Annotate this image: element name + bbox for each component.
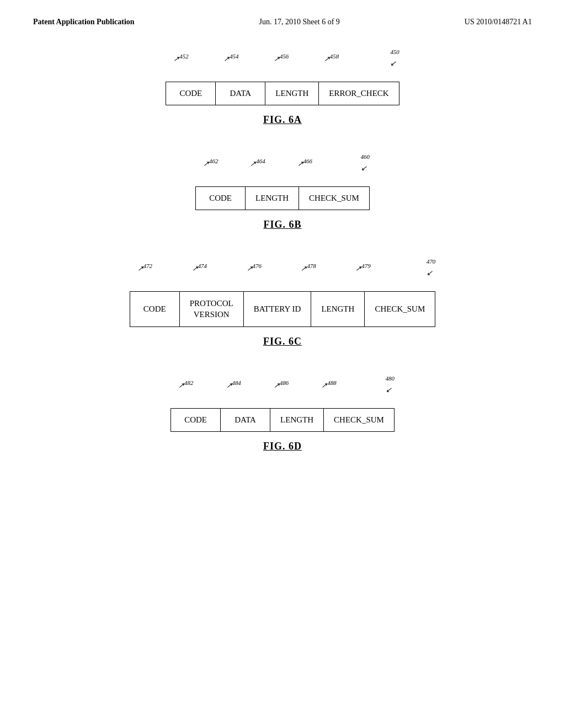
fig6c-diagram: ↗472 ↗474 ↗476 ↗478 ↗479 470↙	[130, 258, 435, 327]
ref-460-corner: 460↙	[342, 153, 370, 171]
page-header: Patent Application Publication Jun. 17, …	[0, 0, 565, 38]
fig6a-col-data: DATA	[216, 82, 265, 105]
fig6a-section: ↗452 ↗454 ↗456 ↗458 450↙	[44, 49, 521, 126]
ref-486: ↗486	[271, 375, 319, 393]
ref-476: ↗476	[244, 258, 299, 276]
fig6b-label: FIG. 6B	[263, 219, 301, 231]
fig6c-col-checksum: CHECK_SUM	[365, 292, 435, 327]
fig6b-col-checksum: CHECK_SUM	[299, 187, 370, 210]
fig6c-col-batteryid: BATTERY ID	[243, 292, 311, 327]
fig6d-col-code: CODE	[171, 409, 221, 432]
main-content: ↗452 ↗454 ↗456 ↗458 450↙	[0, 38, 565, 491]
fig6b-col-length: LENGTH	[246, 187, 299, 210]
ref-472: ↗472	[135, 258, 190, 276]
fig6d-diagram: ↗482 ↗484 ↗486 ↗488 480↙	[170, 375, 395, 432]
ref-456: ↗456	[271, 49, 322, 66]
fig6d-label: FIG. 6D	[263, 441, 302, 452]
fig6d-table: CODE DATA LENGTH CHECK_SUM	[170, 408, 395, 432]
patent-number: US 2010/0148721 A1	[465, 18, 532, 26]
ref-479: ↗479	[353, 258, 408, 276]
ref-470-corner: 470↙	[408, 258, 435, 276]
fig6b-table: CODE LENGTH CHECK_SUM	[195, 186, 370, 210]
fig6d-col-length: LENGTH	[270, 409, 324, 432]
ref-452: ↗452	[171, 49, 221, 66]
ref-474: ↗474	[190, 258, 244, 276]
fig6a-col-length: LENGTH	[265, 82, 319, 105]
fig6c-section: ↗472 ↗474 ↗476 ↗478 ↗479 470↙	[44, 258, 521, 347]
fig6c-table: CODE PROTOCOLVERSION BATTERY ID LENGTH C…	[130, 291, 435, 327]
ref-462: ↗462	[201, 153, 248, 171]
fig6c-col-length: LENGTH	[311, 292, 365, 327]
ref-464: ↗464	[248, 153, 295, 171]
fig6a-label: FIG. 6A	[263, 114, 302, 126]
fig6d-col-checksum: CHECK_SUM	[324, 409, 395, 432]
ref-480-corner: 480↙	[367, 375, 395, 393]
fig6b-section: ↗462 ↗464 ↗466 460↙ CODE LENGTH	[44, 153, 521, 231]
fig6b-diagram: ↗462 ↗464 ↗466 460↙ CODE LENGTH	[195, 153, 370, 210]
ref-482: ↗482	[176, 375, 223, 393]
ref-450-corner: 450↙	[372, 49, 399, 66]
fig6d-col-data: DATA	[221, 409, 270, 432]
fig6c-label: FIG. 6C	[263, 336, 302, 347]
publication-label: Patent Application Publication	[33, 18, 135, 26]
date-sheet: Jun. 17, 2010 Sheet 6 of 9	[259, 18, 340, 26]
fig6c-col-code: CODE	[130, 292, 179, 327]
ref-458: ↗458	[322, 49, 372, 66]
ref-454: ↗454	[221, 49, 271, 66]
ref-478: ↗478	[299, 258, 353, 276]
fig6a-diagram: ↗452 ↗454 ↗456 ↗458 450↙	[166, 49, 399, 105]
fig6a-col-code: CODE	[166, 82, 216, 105]
fig6d-section: ↗482 ↗484 ↗486 ↗488 480↙	[44, 375, 521, 452]
ref-484: ↗484	[224, 375, 271, 393]
fig6a-table: CODE DATA LENGTH ERROR_CHECK	[166, 82, 399, 105]
fig6a-col-errorcheck: ERROR_CHECK	[319, 82, 399, 105]
ref-466: ↗466	[295, 153, 342, 171]
fig6c-col-protocol: PROTOCOLVERSION	[179, 292, 243, 327]
ref-488: ↗488	[319, 375, 366, 393]
fig6b-col-code: CODE	[196, 187, 246, 210]
